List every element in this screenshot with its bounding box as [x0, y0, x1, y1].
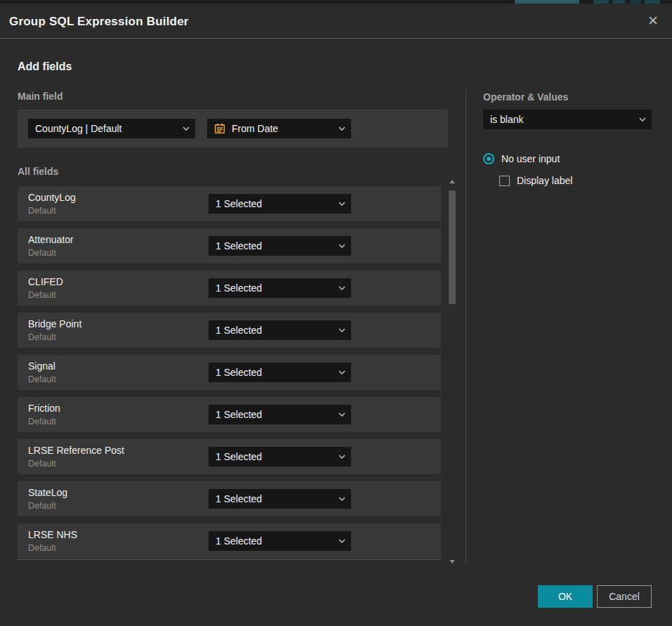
field-selected-value: 1 Selected: [216, 198, 262, 209]
dialog-title: Group SQL Expression Builder: [9, 15, 189, 29]
ok-button[interactable]: OK: [538, 585, 593, 608]
dialog-titlebar: Group SQL Expression Builder ✕: [0, 4, 672, 39]
chevron-down-icon: [338, 286, 345, 290]
display-label-label: Display label: [517, 175, 572, 186]
field-row: Attenuator Default 1 Selected: [18, 228, 441, 263]
cancel-button[interactable]: Cancel: [597, 585, 652, 608]
radio-selected-icon[interactable]: [483, 153, 494, 164]
operator-select[interactable]: is blank: [483, 110, 652, 129]
field-selected-value: 1 Selected: [216, 367, 262, 378]
list-scrollbar[interactable]: [449, 180, 456, 563]
field-selected-value: 1 Selected: [216, 409, 262, 420]
field-selected-dropdown[interactable]: 1 Selected: [209, 363, 351, 382]
field-row: LRSE Reference Post Default 1 Selected: [18, 439, 441, 474]
main-field-source-select[interactable]: CountyLog | Default: [28, 119, 195, 138]
scroll-up-icon[interactable]: [449, 180, 455, 183]
field-type: Default: [28, 417, 56, 426]
calendar-date-icon: [214, 123, 225, 134]
all-fields-list: CountyLog Default 1 Selected Attenuator …: [18, 186, 441, 560]
field-selected-dropdown[interactable]: 1 Selected: [209, 320, 351, 340]
field-name: LRSE Reference Post: [28, 445, 124, 456]
chevron-down-icon: [338, 539, 345, 543]
pane-divider: [466, 90, 466, 563]
main-field-field-select[interactable]: From Date: [207, 119, 351, 138]
main-field-panel: CountyLog | Default From Date: [18, 110, 448, 148]
field-selected-value: 1 Selected: [216, 493, 262, 504]
field-selected-value: 1 Selected: [216, 451, 262, 462]
field-selected-dropdown[interactable]: 1 Selected: [209, 194, 351, 214]
field-selected-dropdown[interactable]: 1 Selected: [209, 405, 351, 424]
chevron-down-icon: [183, 126, 190, 131]
chevron-down-icon: [338, 244, 345, 248]
field-name: Friction: [28, 403, 60, 414]
close-icon[interactable]: ✕: [644, 11, 662, 30]
field-selected-value: 1 Selected: [216, 282, 262, 294]
add-fields-heading: Add fields: [18, 60, 72, 73]
scroll-down-icon[interactable]: [449, 560, 455, 563]
main-field-source-value: CountyLog | Default: [35, 123, 122, 134]
operator-values-label: Operator & Values: [483, 91, 568, 103]
field-name: Attenuator: [28, 234, 74, 245]
main-field-field-value: From Date: [232, 123, 278, 134]
chevron-down-icon: [338, 412, 345, 417]
field-row: CountyLog Default 1 Selected: [18, 186, 441, 221]
chevron-down-icon: [338, 370, 345, 374]
chevron-down-icon: [639, 117, 646, 122]
field-type: Default: [28, 459, 56, 469]
group-sql-expression-builder-dialog: Group SQL Expression Builder ✕ Add field…: [0, 0, 672, 626]
field-type: Default: [28, 543, 56, 553]
field-selected-dropdown[interactable]: 1 Selected: [209, 489, 351, 509]
field-selected-dropdown[interactable]: 1 Selected: [209, 278, 351, 298]
field-row: LRSE NHS Default 1 Selected: [18, 523, 441, 559]
field-type: Default: [28, 206, 56, 216]
field-name: CountyLog: [28, 192, 76, 203]
field-selected-value: 1 Selected: [216, 535, 262, 547]
field-type: Default: [28, 332, 56, 342]
field-selected-value: 1 Selected: [216, 325, 262, 336]
field-type: Default: [28, 374, 56, 384]
field-selected-dropdown[interactable]: 1 Selected: [209, 447, 351, 467]
field-row: Signal Default 1 Selected: [18, 355, 441, 390]
field-name: Bridge Point: [28, 318, 81, 330]
field-type: Default: [28, 501, 56, 511]
chevron-down-icon: [338, 202, 345, 206]
field-selected-value: 1 Selected: [216, 240, 262, 252]
chevron-down-icon: [338, 455, 345, 459]
field-type: Default: [28, 248, 56, 258]
all-fields-label: All fields: [18, 166, 58, 177]
field-row: Bridge Point Default 1 Selected: [18, 313, 441, 348]
display-label-option: Display label: [499, 175, 572, 186]
operator-value: is blank: [490, 114, 523, 125]
chevron-down-icon: [338, 497, 345, 501]
field-row: Friction Default 1 Selected: [18, 397, 441, 432]
field-name: LRSE NHS: [28, 529, 77, 540]
field-name: CLIFED: [28, 276, 63, 287]
chevron-down-icon: [338, 328, 345, 332]
field-type: Default: [28, 290, 56, 300]
field-row: CLIFED Default 1 Selected: [18, 270, 441, 306]
field-selected-dropdown[interactable]: 1 Selected: [209, 236, 351, 256]
main-field-label: Main field: [18, 91, 63, 102]
checkbox-unchecked-icon[interactable]: [499, 176, 510, 186]
chevron-down-icon: [338, 126, 345, 131]
field-selected-dropdown[interactable]: 1 Selected: [209, 531, 351, 551]
no-user-input-option: No user input: [483, 153, 560, 164]
no-user-input-label: No user input: [501, 153, 560, 164]
field-name: Signal: [28, 360, 55, 372]
field-row: StateLog Default 1 Selected: [18, 481, 441, 516]
field-name: StateLog: [28, 487, 67, 498]
scrollbar-thumb[interactable]: [449, 190, 456, 304]
